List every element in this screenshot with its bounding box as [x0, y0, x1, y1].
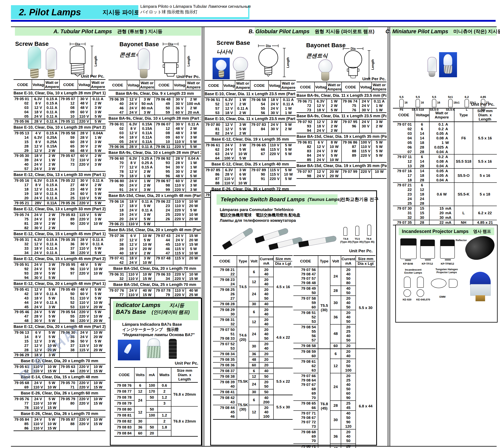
code-cell: 90: [109, 183, 127, 188]
watt-cell: 3 W: [90, 140, 106, 144]
voltage-cell: 12 V: [223, 102, 235, 106]
table-row: 79 07 301515mAL6.2 x 22: [393, 206, 497, 211]
indicator-desc-3: "Индикаторные лампы Основа BA7": [122, 332, 195, 337]
header-cell: Type: [454, 108, 473, 122]
voltage-cell: 24: [415, 196, 429, 201]
voltage-cell: 12 V: [314, 144, 327, 149]
code-cell: 43: [14, 296, 32, 301]
voltage-cell: 30 V: [78, 144, 90, 148]
type-name-3: T6.8: [366, 237, 371, 240]
watt-cell: 15 W: [44, 369, 60, 374]
voltage-cell: 12 V: [314, 104, 327, 108]
code-cell: 79 06 33: [155, 272, 173, 277]
watt-cell: 3 W: [186, 131, 201, 135]
code-cell: 79 05 83: [60, 212, 78, 217]
volt-cell: 48: [249, 357, 259, 362]
current-cell: 204050: [259, 287, 273, 301]
code-cell: 79 08 38: [213, 374, 237, 379]
code-cell: 65: [60, 144, 78, 148]
type-cell: L: [454, 206, 473, 220]
code-cell: 47: [14, 314, 32, 319]
watt-cell: 10 W: [90, 271, 106, 276]
voltage-cell: 60 V: [78, 192, 90, 196]
current-cell: 40: [259, 301, 273, 307]
code-cell: 79 05 46: [14, 310, 32, 314]
code-cell: 88: [60, 422, 78, 426]
voltage-cell: 28 V: [223, 172, 235, 176]
watt-cell: 5 W: [90, 201, 106, 206]
code-cell: 79 06 80: [109, 179, 127, 183]
type-cell: NH: [454, 220, 473, 225]
code-cell: 86: [14, 426, 32, 431]
volt-cell: 12: [249, 277, 259, 287]
ma-cell: 100: [146, 412, 158, 418]
code-cell: 98: [155, 183, 173, 188]
size-cell: 5 x 18: [473, 183, 497, 206]
watt-cell: 5 W: [186, 208, 201, 212]
voltage-cell: 115 V: [78, 343, 90, 348]
voltage-cell: 220 V: [78, 364, 90, 369]
group-title-row: Base E-26, Clear, Dia, 26 x Length 60 mm: [14, 390, 106, 397]
table-row: 79 07 9712 V20 W79 07 99220 V10 W: [297, 169, 387, 174]
code-cell: 75: [14, 217, 32, 221]
dia-label: Dia: [75, 42, 80, 46]
table-row: 8128 V2 W90220 V10 W: [14, 221, 106, 226]
watt-cell: 3 W: [90, 187, 106, 192]
watt-cell: [372, 128, 387, 133]
voltage-cell: 110 V: [173, 288, 186, 293]
telephone-desc-3: Лампы для телефонного коммутатора: [220, 218, 300, 223]
code-cell: 83: [297, 149, 314, 153]
watt-cell: 0.11 A: [44, 246, 60, 251]
code-cell: 79 08 515253: [293, 310, 318, 324]
voltage-cell: 110 V: [78, 158, 90, 162]
voltage-cell: 48 V: [78, 262, 90, 267]
code-cell: 79 05 74: [14, 212, 32, 217]
code-cell: 79 08 78: [114, 394, 134, 400]
code-cell: 47: [155, 251, 173, 256]
table-row: 79 06 516.3V1 W79 06 5818 V0.11 A: [205, 97, 296, 102]
code-cell: 79 05 21: [14, 201, 32, 206]
table-row: 86110 V15 W: [14, 426, 106, 431]
watt-cell: 3 W: [44, 167, 60, 171]
code-cell: 18: [109, 208, 127, 212]
header-cell: Voltage: [173, 80, 186, 90]
code-cell: [250, 131, 268, 136]
code-cell: 79 07 83: [250, 122, 268, 127]
indicator-subtitle-korean: (인디케이터 램프): [152, 309, 190, 315]
voltage-cell: [173, 260, 186, 265]
code-cell: 79 07 585960: [293, 296, 318, 310]
table-row: 0312 V0.11A0848 V3 W: [109, 131, 201, 135]
watt-cell: 5 W: [44, 417, 60, 422]
voltage-cell: 220 V: [268, 176, 281, 181]
table-row: 1812 V0.11 A2348 V3 W: [14, 187, 106, 192]
projector-lamp-kp-tf12: [420, 240, 435, 259]
voltage-cell: 24 V: [32, 162, 44, 167]
code-cell: 09: [60, 110, 78, 114]
size-cell: 5.5 x 22: [273, 368, 293, 395]
voltage-cell: 24 V: [127, 110, 140, 115]
current-cell: 20: [259, 357, 273, 362]
code-cell: 13: [393, 164, 415, 168]
code-cell: 79 07 41: [109, 256, 127, 261]
size-cell: 4.5 x 16: [273, 267, 293, 307]
code-cell: 79 05 13: [14, 131, 32, 136]
code-cell: 07: [393, 149, 415, 154]
code-cell: [342, 128, 359, 133]
code-cell: 70: [109, 161, 127, 165]
watt-cell: 5 W: [90, 310, 106, 314]
table-row: 9124 V3 W99220 V3 W: [109, 188, 201, 192]
indicator-photo-body: [147, 346, 160, 358]
code-cell: 79 07 30: [393, 206, 415, 211]
voltage-cell: 220 V: [78, 417, 90, 422]
voltage-cell: 30: [415, 215, 429, 220]
voltage-cell: 24 V: [32, 417, 44, 422]
voltage-cell: 24 V: [314, 153, 327, 158]
group-title-row: Base BA-15d, Clear, Dia. 19 x Length 35 …: [297, 162, 387, 169]
voltage-cell: 110 V: [173, 199, 186, 204]
voltage-cell: 24 V: [32, 196, 44, 201]
watt-cell: [372, 158, 387, 162]
voltage-cell: 24 V: [127, 188, 140, 192]
screw-base-title-b: Screw Base: [217, 39, 250, 46]
halogen-label: Tungsten Halogen Projector Lamps: [430, 268, 464, 274]
voltage-cell: 18: [415, 192, 429, 196]
